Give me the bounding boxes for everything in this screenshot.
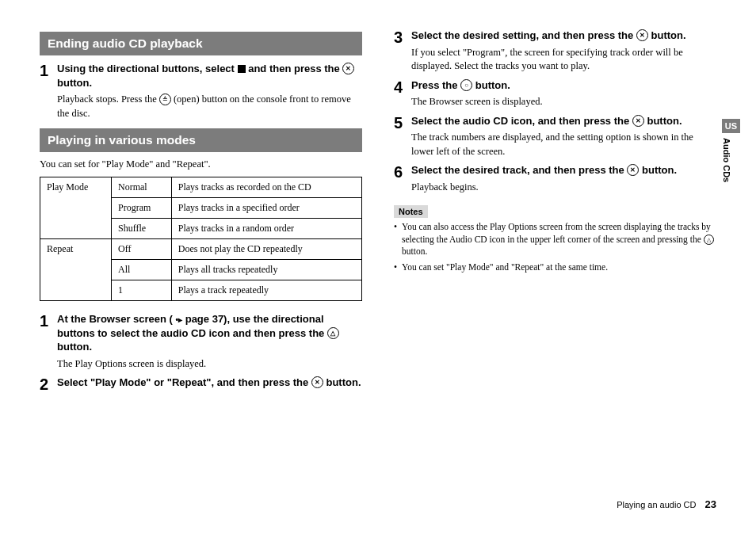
step-number: 3 [394, 29, 411, 74]
section-heading-modes: Playing in various modes [40, 128, 362, 152]
cell: Shuffle [112, 219, 172, 239]
side-tab: US Audio CDs [722, 119, 740, 182]
cell: Plays a track repeatedly [171, 280, 361, 301]
section-heading-ending: Ending audio CD playback [40, 32, 362, 55]
modes-step-2: 2 Select "Play Mode" or "Repeat", and th… [40, 376, 362, 393]
step-body-text: Playback begins. [411, 181, 716, 195]
modes-step-1: 1 At the Browser screen ( •▸ page 37), u… [40, 312, 362, 371]
step-number: 4 [394, 78, 411, 109]
cell: Off [112, 239, 172, 260]
x-button-icon: ✕ [311, 376, 323, 388]
step-number: 6 [394, 163, 411, 194]
notes-heading: Notes [394, 205, 428, 218]
left-column: Ending audio CD playback 1 Using the dir… [40, 24, 362, 396]
language-tab: US [722, 119, 740, 133]
x-button-icon: ✕ [636, 29, 648, 41]
cell: Plays tracks as recorded on the CD [171, 177, 361, 198]
eject-icon: ≜ [159, 93, 171, 105]
step-body-text: Playback stops. Press the ≜ (open) butto… [57, 93, 362, 120]
modes-step-4: 4 Press the ○ button. The Browser screen… [394, 78, 716, 109]
cell: Repeat [40, 239, 112, 301]
step-heading: Select "Play Mode" or "Repeat", and then… [57, 376, 362, 390]
step-number: 1 [40, 312, 57, 371]
cell: Program [112, 198, 172, 219]
modes-intro: You can set for "Play Mode" and "Repeat"… [40, 158, 362, 170]
modes-step-3: 3 Select the desired setting, and then p… [394, 29, 716, 74]
circle-button-icon: ○ [460, 79, 472, 91]
step-number: 2 [40, 376, 57, 393]
page-footer: Playing an audio CD 23 [617, 498, 716, 510]
footer-title: Playing an audio CD [617, 500, 696, 509]
cell: Plays tracks in a specified order [171, 198, 361, 219]
section-tab: Audio CDs [722, 138, 731, 182]
cell: Play Mode [40, 177, 112, 239]
step-heading: Select the audio CD icon, and then press… [411, 114, 716, 128]
step-heading: Press the ○ button. [411, 78, 716, 93]
step-heading: Select the desired setting, and then pre… [411, 29, 716, 43]
right-column: 3 Select the desired setting, and then p… [394, 24, 716, 396]
cell: Plays tracks in a random order [171, 219, 361, 239]
step-body-text: The Play Options screen is displayed. [57, 357, 362, 372]
x-button-icon: ✕ [627, 164, 639, 176]
step-heading: Select the desired track, and then press… [411, 163, 716, 177]
step-body-text: If you select "Program", the screen for … [411, 46, 716, 74]
step-number: 1 [40, 62, 57, 120]
cell: Normal [112, 177, 172, 198]
table-row: Repeat Off Does not play the CD repeated… [40, 239, 362, 260]
play-modes-table: Play Mode Normal Plays tracks as recorde… [40, 177, 362, 301]
modes-step-6: 6 Select the desired track, and then pre… [394, 163, 716, 194]
list-item: You can also access the Play Options scr… [394, 221, 716, 258]
x-button-icon: ✕ [632, 115, 644, 127]
step-heading: At the Browser screen ( •▸ page 37), use… [57, 312, 362, 354]
stop-icon [238, 65, 246, 73]
list-item: You can set "Play Mode" and "Repeat" at … [394, 261, 716, 274]
step-number: 5 [394, 114, 411, 159]
x-button-icon: ✕ [342, 63, 354, 74]
page-number: 23 [705, 498, 716, 510]
notes-list: You can also access the Play Options scr… [394, 221, 716, 273]
table-row: Play Mode Normal Plays tracks as recorde… [40, 177, 362, 198]
cell: Does not play the CD repeatedly [171, 239, 361, 260]
step-body-text: The Browser screen is displayed. [411, 95, 716, 109]
cell: 1 [112, 280, 172, 301]
cell: Plays all tracks repeatedly [171, 260, 361, 280]
triangle-button-icon: △ [704, 235, 714, 245]
page-ref-arrow-icon: •▸ [176, 315, 183, 324]
cell: All [112, 260, 172, 280]
step-heading: Using the directional buttons, select an… [57, 62, 362, 90]
step-body-text: The track numbers are displayed, and the… [411, 131, 716, 158]
triangle-button-icon: △ [327, 327, 339, 339]
ending-step-1: 1 Using the directional buttons, select … [40, 62, 362, 120]
modes-step-5: 5 Select the audio CD icon, and then pre… [394, 114, 716, 159]
